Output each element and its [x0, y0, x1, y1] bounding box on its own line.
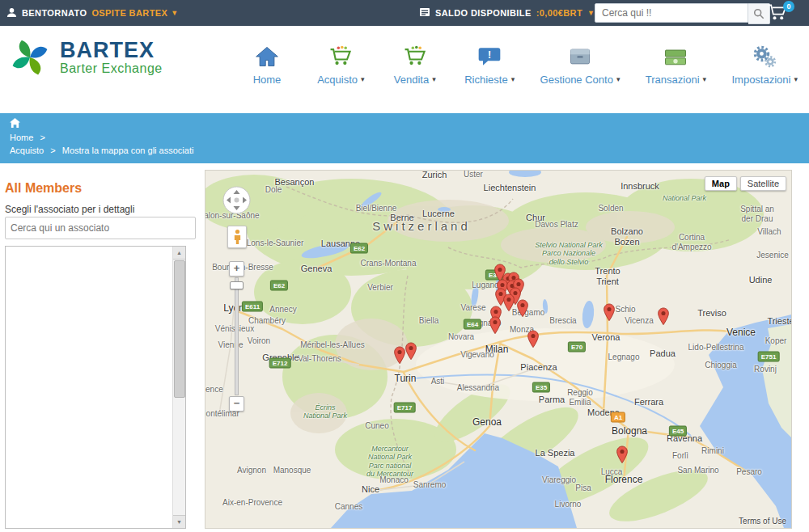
welcome-area: BENTORNATO OSPITE BARTEX ▼ [6, 0, 179, 26]
cart-icon [328, 44, 354, 70]
brand-name: BARTEX [60, 39, 163, 61]
nav-label: Richieste [464, 74, 507, 86]
breadcrumb-separator: > [40, 133, 44, 142]
map-marker[interactable] [394, 346, 406, 368]
nav-label: Gestione Conto [540, 74, 613, 86]
map-button[interactable]: Map [705, 176, 737, 191]
topbar-search [595, 3, 770, 24]
map-type-toggle: Map Satellite [705, 176, 786, 191]
breadcrumb-home-link[interactable]: Home [10, 133, 33, 142]
nav-item-gestione-conto[interactable]: Gestione Conto▾ [540, 44, 621, 86]
zoom-out-button[interactable]: − [229, 396, 244, 412]
road-shield: E70 [568, 342, 586, 353]
chevron-down-icon: ▾ [703, 76, 707, 83]
breadcrumb: Home > Acquisto > Mostra la mappa con gl… [0, 113, 809, 163]
search-input[interactable] [595, 3, 748, 23]
chevron-down-icon: ▾ [361, 76, 365, 83]
breadcrumb-section-link[interactable]: Acquisto [10, 146, 44, 155]
cart-badge: 0 [783, 1, 794, 12]
road-shield: E712 [269, 358, 291, 369]
map-marker[interactable] [604, 303, 616, 325]
chevron-down-icon: ▾ [794, 76, 798, 83]
brand-logo[interactable]: BARTEX Barter Exchange [8, 36, 163, 79]
breadcrumb-home-icon[interactable] [10, 118, 193, 129]
zoom-in-button[interactable]: + [229, 261, 244, 277]
road-shield: E62 [350, 243, 368, 254]
welcome-text: BENTORNATO [22, 8, 87, 18]
chevron-down-icon: ▼ [587, 10, 595, 17]
wallet-icon [419, 7, 430, 19]
saldo-area[interactable]: SALDO DISPONIBILE :0,00€BRT ▼ [419, 0, 595, 26]
satellite-button[interactable]: Satellite [740, 176, 786, 191]
cart-icon [402, 44, 428, 70]
sidebar: All Members Scegli l'associato per i det… [5, 170, 189, 527]
nav-label: Impostazioni [731, 74, 790, 86]
gears-icon [752, 44, 777, 70]
user-name: OSPITE BARTEX [91, 8, 167, 18]
map-marker[interactable] [503, 293, 515, 315]
money-icon [663, 44, 688, 70]
nav-item-acquisto[interactable]: Acquisto▾ [316, 44, 365, 86]
saldo-value: :0,00€BRT [536, 8, 582, 18]
chevron-down-icon: ▾ [511, 76, 515, 83]
road-shield: A1 [611, 412, 625, 423]
cart-button[interactable]: 0 [767, 2, 791, 23]
terms-link[interactable]: Terms of Use [739, 517, 786, 526]
map-marker[interactable] [517, 299, 529, 321]
road-shield: E62 [270, 281, 288, 291]
members-title: All Members [5, 181, 82, 196]
nav-item-vendita[interactable]: Vendita▾ [391, 44, 439, 86]
map-pan-control[interactable] [222, 185, 252, 215]
user-menu[interactable]: OSPITE BARTEX ▼ [91, 8, 178, 18]
scroll-thumb[interactable] [174, 260, 185, 398]
zoom-slider-thumb[interactable] [230, 281, 244, 289]
pinwheel-icon [8, 36, 52, 79]
zoom-slider[interactable] [235, 277, 239, 395]
header: BARTEX Barter Exchange Home Acquisto▾ Ve… [0, 26, 809, 113]
breadcrumb-separator: > [50, 146, 55, 155]
pegman-icon [232, 229, 243, 245]
member-search-input[interactable] [5, 217, 196, 239]
breadcrumb-current: Mostra la mappa con gli associati [62, 146, 194, 155]
scroll-down-button[interactable]: ▼ [173, 515, 185, 528]
members-subtitle: Scegli l'associato per i dettagli [5, 204, 134, 215]
map-marker[interactable] [405, 342, 417, 364]
nav-item-richieste[interactable]: ! Richieste▾ [464, 44, 515, 86]
search-icon [753, 8, 765, 19]
drawer-icon [567, 44, 593, 70]
map[interactable]: ZurichUsterBesançonDoleChalon-sur-SaôneL… [205, 170, 792, 529]
topbar: BENTORNATO OSPITE BARTEX ▼ SALDO DISPONI… [0, 0, 809, 26]
road-shield: E64 [464, 319, 481, 330]
scroll-up-button[interactable]: ▲ [173, 247, 185, 260]
road-shield: E717 [394, 403, 416, 413]
map-terrain [205, 171, 791, 528]
nav-label: Home [253, 74, 282, 86]
nav-label: Transazioni [646, 74, 700, 86]
nav-label: Acquisto [317, 74, 358, 86]
chevron-down-icon: ▼ [171, 10, 178, 17]
pegman-button[interactable] [227, 226, 247, 248]
nav-item-impostazioni[interactable]: Impostazioni▾ [731, 44, 798, 86]
brand-subtitle: Barter Exchange [60, 61, 163, 76]
members-listbox[interactable]: ▲ ▼ [5, 246, 186, 529]
main-nav: Home Acquisto▾ Vendita▾ ! Richieste▾ Ges… [243, 44, 798, 86]
map-marker[interactable] [527, 330, 540, 352]
road-shield: E751 [758, 352, 780, 362]
nav-item-transazioni[interactable]: Transazioni▾ [646, 44, 706, 86]
nav-item-home[interactable]: Home [243, 44, 291, 86]
map-marker[interactable] [658, 307, 670, 329]
road-shield: E35 [532, 382, 550, 393]
road-shield: E45 [669, 426, 687, 437]
chevron-down-icon: ▾ [616, 76, 621, 83]
chat-icon: ! [477, 44, 502, 70]
nav-label: Vendita [394, 74, 429, 86]
svg-text:!: ! [488, 49, 491, 61]
listbox-scrollbar[interactable]: ▲ ▼ [172, 247, 185, 528]
chevron-down-icon: ▾ [432, 76, 436, 83]
saldo-label: SALDO DISPONIBILE [435, 8, 532, 18]
road-shield: E611 [242, 302, 263, 312]
map-marker[interactable] [489, 316, 502, 338]
home-icon [254, 44, 280, 70]
user-icon [6, 7, 17, 19]
map-marker[interactable] [616, 445, 629, 467]
